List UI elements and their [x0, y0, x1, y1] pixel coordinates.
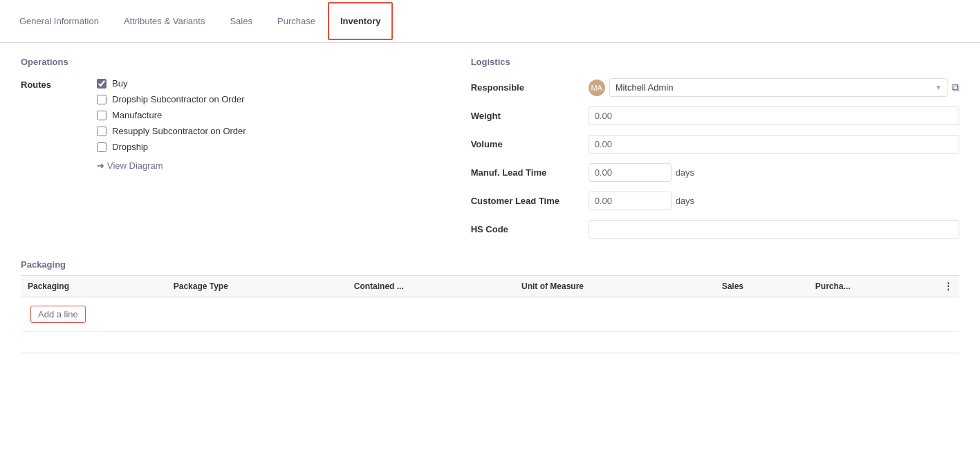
packaging-col-contained: Contained ... — [347, 276, 515, 297]
field-input-hs-code[interactable] — [589, 220, 959, 239]
field-label-weight: Weight — [471, 111, 582, 121]
field-label-volume: Volume — [471, 139, 582, 149]
route-checkbox-dropship[interactable] — [97, 142, 107, 152]
operations-title: Operations — [21, 57, 443, 67]
add-line-row: Add a line — [21, 297, 959, 332]
field-value-manuf-lead-time: days — [589, 163, 959, 182]
packaging-table-head: PackagingPackage TypeContained ...Unit o… — [21, 276, 959, 297]
routes-list: BuyDropship Subcontractor on OrderManufa… — [97, 78, 246, 171]
route-label-dropship-subcontractor: Dropship Subcontractor on Order — [112, 94, 244, 104]
field-input-volume[interactable] — [589, 135, 959, 154]
field-label-manuf-lead-time: Manuf. Lead Time — [471, 167, 582, 178]
field-value-weight — [589, 106, 959, 125]
route-item-resupply-subcontractor: Resupply Subcontractor on Order — [97, 126, 246, 136]
add-line-cell: Add a line — [21, 297, 959, 332]
routes-row: Routes BuyDropship Subcontractor on Orde… — [21, 78, 443, 171]
route-item-dropship: Dropship — [97, 142, 246, 152]
packaging-col-menu: ⋮ — [937, 276, 959, 297]
main-content: Operations Routes BuyDropship Subcontrac… — [0, 43, 980, 367]
field-input-customer-lead-time[interactable] — [589, 192, 672, 210]
logistics-grid: ResponsibleMAMitchell Admin▼⧉WeightVolum… — [471, 78, 959, 239]
two-column-section: Operations Routes BuyDropship Subcontrac… — [21, 57, 959, 239]
routes-label: Routes — [21, 78, 76, 90]
avatar: MA — [589, 80, 605, 96]
route-item-manufacture: Manufacture — [97, 110, 246, 120]
field-input-weight[interactable] — [589, 106, 959, 125]
bottom-separator — [21, 353, 959, 353]
route-item-buy: Buy — [97, 78, 246, 89]
view-diagram-link[interactable]: ➜ View Diagram — [97, 160, 246, 171]
route-checkbox-manufacture[interactable] — [97, 111, 107, 120]
field-suffix-manuf-lead-time: days — [676, 167, 694, 178]
responsible-select-wrapper: Mitchell Admin▼ — [609, 78, 947, 97]
packaging-col-unit-of-measure: Unit of Measure — [515, 276, 715, 297]
view-diagram-label: View Diagram — [107, 160, 163, 171]
field-value-customer-lead-time: days — [589, 192, 959, 210]
add-line-button[interactable]: Add a line — [30, 306, 86, 323]
route-label-manufacture: Manufacture — [112, 110, 162, 120]
packaging-col-sales: Sales — [715, 276, 808, 297]
field-input-manuf-lead-time[interactable] — [589, 163, 672, 182]
field-value-volume — [589, 135, 959, 154]
route-label-dropship: Dropship — [112, 142, 148, 152]
tab-general-information[interactable]: General Information — [7, 2, 111, 40]
tab-inventory[interactable]: Inventory — [328, 2, 394, 40]
packaging-col-packaging: Packaging — [21, 276, 167, 297]
tab-bar: General InformationAttributes & Variants… — [0, 0, 980, 43]
packaging-header-row: PackagingPackage TypeContained ...Unit o… — [21, 276, 959, 297]
logistics-section: Logistics ResponsibleMAMitchell Admin▼⧉W… — [471, 57, 959, 239]
field-value-responsible: MAMitchell Admin▼⧉ — [589, 78, 959, 97]
tab-sales[interactable]: Sales — [217, 2, 265, 40]
packaging-col-purchase: Purcha... — [808, 276, 937, 297]
operations-section: Operations Routes BuyDropship Subcontrac… — [21, 57, 443, 239]
field-label-hs-code: HS Code — [471, 224, 582, 234]
packaging-col-package-type: Package Type — [167, 276, 347, 297]
route-label-buy: Buy — [112, 78, 127, 89]
route-checkbox-buy[interactable] — [97, 79, 107, 89]
field-label-customer-lead-time: Customer Lead Time — [471, 196, 582, 206]
route-checkbox-resupply-subcontractor[interactable] — [97, 127, 107, 136]
logistics-title: Logistics — [471, 57, 959, 67]
tab-attributes-variants[interactable]: Attributes & Variants — [111, 2, 218, 40]
packaging-section: Packaging PackagingPackage TypeContained… — [21, 259, 959, 332]
packaging-title: Packaging — [21, 259, 959, 270]
field-suffix-customer-lead-time: days — [676, 196, 694, 206]
route-label-resupply-subcontractor: Resupply Subcontractor on Order — [112, 126, 246, 136]
field-label-responsible: Responsible — [471, 82, 582, 93]
packaging-table: PackagingPackage TypeContained ...Unit o… — [21, 275, 959, 332]
route-checkbox-dropship-subcontractor[interactable] — [97, 95, 107, 104]
tab-purchase[interactable]: Purchase — [265, 2, 328, 40]
arrow-icon: ➜ — [97, 160, 104, 171]
route-item-dropship-subcontractor: Dropship Subcontractor on Order — [97, 94, 246, 104]
responsible-select[interactable]: Mitchell Admin — [609, 78, 947, 97]
external-link-icon[interactable]: ⧉ — [952, 82, 959, 94]
packaging-table-body: Add a line — [21, 297, 959, 332]
field-value-hs-code — [589, 220, 959, 239]
